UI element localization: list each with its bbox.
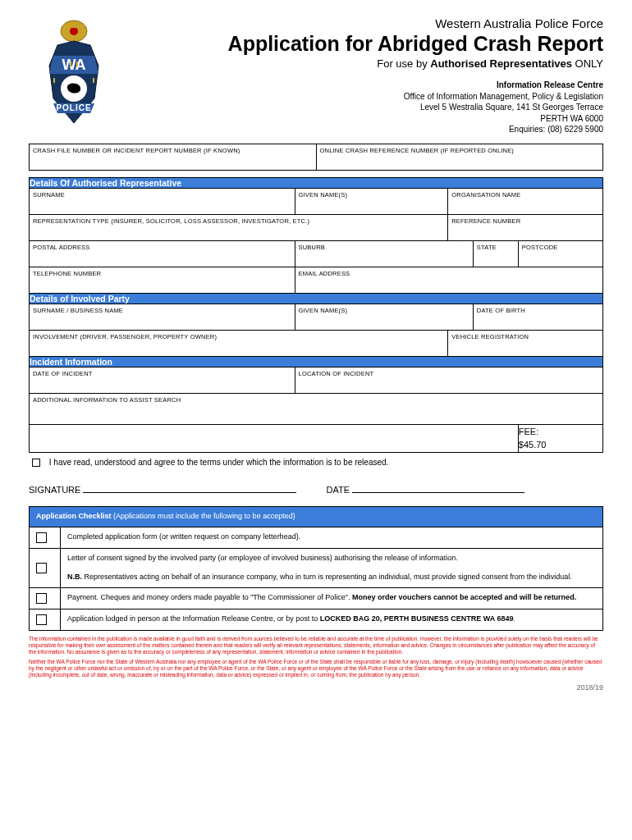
signature-label: SIGNATURE: [29, 485, 80, 495]
section-header-incident: Incident Information: [30, 356, 603, 367]
version-label: 2018/19: [29, 683, 603, 692]
surname-field[interactable]: SURNAME: [30, 188, 295, 214]
agree-text: I have read, understood and agree to the…: [49, 458, 389, 467]
organisation-name-field[interactable]: ORGANISATION NAME: [448, 188, 603, 214]
given-name-field[interactable]: GIVEN NAME(S): [295, 188, 448, 214]
date-line[interactable]: [352, 492, 524, 493]
incident-location-field[interactable]: LOCATION OF INCIDENT: [295, 367, 602, 393]
organization-name: Western Australia Police Force: [127, 16, 603, 30]
crash-number-section: CRASH FILE NUMBER OR INCIDENT REPORT NUM…: [29, 144, 603, 171]
party-given-name-field[interactable]: GIVEN NAME(S): [295, 304, 473, 330]
postcode-field[interactable]: POSTCODE: [518, 240, 602, 267]
signature-row: SIGNATURE DATE: [29, 472, 603, 503]
checklist-item-3: Payment. Cheques and money orders made p…: [61, 587, 603, 609]
checklist-checkbox-1[interactable]: [30, 527, 61, 548]
agree-checkbox[interactable]: [32, 459, 40, 467]
authorised-rep-section: Details Of Authorised Representative SUR…: [29, 177, 603, 453]
badge-police-text: POLICE: [56, 103, 91, 112]
checklist-item-4: Application lodged in person at the Info…: [61, 609, 603, 630]
svg-rect-8: [76, 62, 78, 66]
svg-rect-10: [93, 78, 94, 83]
checklist-header: Application Checklist (Applications must…: [30, 506, 603, 527]
badge-wa-text: WA: [62, 57, 86, 73]
document-title: Application for Abridged Crash Report: [127, 32, 603, 56]
wa-police-badge-icon: WA POLICE: [29, 16, 119, 135]
vehicle-registration-field[interactable]: VEHICLE REGISTRATION: [448, 330, 603, 356]
section-header-party: Details of Involved Party: [30, 293, 603, 304]
application-checklist: Application Checklist (Applications must…: [29, 506, 603, 631]
svg-rect-2: [63, 25, 85, 28]
state-field[interactable]: STATE: [473, 240, 518, 267]
date-label: DATE: [327, 485, 350, 495]
terms-agreement-row: I have read, understood and agree to the…: [29, 453, 603, 472]
header-text-block: Western Australia Police Force Applicati…: [119, 16, 603, 135]
email-field[interactable]: EMAIL ADDRESS: [295, 267, 602, 293]
contact-address: Information Release Centre Office of Inf…: [127, 80, 603, 135]
party-surname-field[interactable]: SURNAME / BUSINESS NAME: [30, 304, 295, 330]
online-reference-field[interactable]: ONLINE CRASH REFERENCE NUMBER (IF REPORT…: [316, 144, 603, 170]
involvement-field[interactable]: INVOLVEMENT (DRIVER, PASSENGER, PROPERTY…: [30, 330, 448, 356]
checklist-checkbox-3[interactable]: [30, 587, 61, 609]
reference-number-field[interactable]: REFERENCE NUMBER: [448, 214, 603, 240]
representation-type-field[interactable]: REPRESENTATION TYPE (INSURER, SOLICITOR,…: [30, 214, 448, 240]
disclaimer-text: The information contained in the publica…: [29, 636, 603, 679]
checklist-checkbox-4[interactable]: [30, 609, 61, 630]
document-subtitle: For use by Authorised Representatives ON…: [127, 57, 603, 70]
svg-rect-9: [53, 78, 55, 83]
checklist-checkbox-2[interactable]: [30, 548, 61, 587]
suburb-field[interactable]: SUBURB: [295, 240, 473, 267]
checklist-item-2: Letter of consent signed by the involved…: [61, 548, 603, 587]
svg-rect-7: [70, 62, 71, 66]
svg-point-1: [70, 27, 78, 35]
crash-file-number-field[interactable]: CRASH FILE NUMBER OR INCIDENT REPORT NUM…: [30, 144, 317, 170]
telephone-field[interactable]: TELEPHONE NUMBER: [30, 267, 295, 293]
checklist-item-1: Completed application form (or written r…: [61, 527, 603, 548]
signature-line[interactable]: [83, 492, 296, 493]
postal-address-field[interactable]: POSTAL ADDRESS: [30, 240, 295, 267]
additional-info-field[interactable]: ADDITIONAL INFORMATION TO ASSIST SEARCH: [30, 393, 603, 424]
incident-date-field[interactable]: DATE OF INCIDENT: [30, 367, 295, 393]
page-header: WA POLICE Western Australia Police Force…: [29, 16, 603, 135]
party-dob-field[interactable]: DATE OF BIRTH: [473, 304, 602, 330]
fee-box: FEE: $45.70: [518, 424, 602, 452]
section-header-rep: Details Of Authorised Representative: [30, 177, 603, 188]
